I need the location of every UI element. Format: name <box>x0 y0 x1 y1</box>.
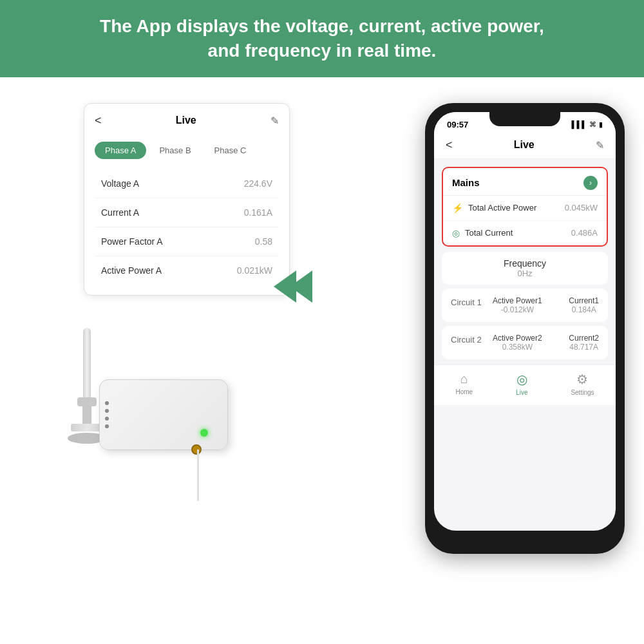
live-icon: ◎ <box>516 372 527 387</box>
small-phone-mockup: < Live ✎ Phase A Phase B Phase C Voltage… <box>84 103 290 296</box>
circuit-2-power-col: Active Power2 0.358kW <box>493 334 542 352</box>
circuit-1-power-value: -0.012kW <box>493 305 542 314</box>
device-led <box>200 429 208 437</box>
mains-section: Mains › ⚡ Total Active Power 0.045kW ◎ T… <box>442 167 608 247</box>
circuit-2-power-value: 0.358kW <box>493 343 542 352</box>
circuit-2-label: Circuit 2 <box>451 335 486 345</box>
nav-home[interactable]: ⌂ Home <box>455 372 473 395</box>
home-icon: ⌂ <box>460 372 468 386</box>
lightning-icon: ⚡ <box>452 203 463 213</box>
home-nav-label: Home <box>455 388 473 395</box>
direction-arrow <box>270 264 316 312</box>
circuit-1-current-col: Current1 0.184A <box>569 296 599 314</box>
power-factor-row: Power Factor A 0.58 <box>95 227 279 256</box>
app-edit-icon[interactable]: ✎ <box>596 139 604 151</box>
phase-a-tab[interactable]: Phase A <box>95 142 146 159</box>
circuit-1-current-value: 0.184A <box>569 305 599 314</box>
active-power-label: Active Power A <box>101 265 162 276</box>
circuit-2-power-label: Active Power2 <box>493 334 542 343</box>
total-active-power-row: ⚡ Total Active Power 0.045kW <box>443 196 607 221</box>
circuit-1-data: Active Power1 -0.012kW Current1 0.184A <box>493 296 599 314</box>
power-factor-value: 0.58 <box>255 236 272 247</box>
battery-icon: ▮ <box>599 120 603 129</box>
port-4 <box>105 424 109 428</box>
antenna-base-narrow <box>82 406 91 424</box>
settings-icon: ⚙ <box>576 372 588 387</box>
hardware-device <box>99 379 228 450</box>
active-power-value: 0.021kW <box>237 265 272 276</box>
current-value: 0.161A <box>244 207 272 218</box>
phase-b-tab[interactable]: Phase B <box>149 142 201 159</box>
antenna-body <box>83 328 91 397</box>
status-icons: ▌▌▌ ⌘ ▮ <box>572 120 603 129</box>
small-phone-title: Live <box>176 115 196 126</box>
mains-arrow-button[interactable]: › <box>583 176 598 190</box>
circuit-2-data: Active Power2 0.358kW Current2 48.717A <box>493 334 599 352</box>
total-current-value: 0.486A <box>571 228 598 238</box>
voltage-label: Voltage A <box>101 178 139 189</box>
frequency-value: 0Hz <box>448 269 601 278</box>
small-phone-back-button[interactable]: < <box>95 114 102 128</box>
circuit-1-current-label: Current1 <box>569 296 599 305</box>
total-current-label: Total Current <box>465 228 513 238</box>
circuit-1-section: Circuit 1 Active Power1 -0.012kW Current… <box>442 289 608 322</box>
app-back-button[interactable]: < <box>446 138 453 152</box>
antenna <box>81 328 93 444</box>
total-current-row: ◎ Total Current 0.486A <box>443 221 607 245</box>
phase-c-tab[interactable]: Phase C <box>204 142 257 159</box>
power-factor-label: Power Factor A <box>101 236 163 247</box>
settings-nav-label: Settings <box>571 389 594 396</box>
total-active-power-left: ⚡ Total Active Power <box>452 203 536 213</box>
circuit-2-current-value: 48.717A <box>569 343 599 352</box>
voltage-value: 224.6V <box>244 178 272 189</box>
signal-icon: ▌▌▌ <box>572 120 587 128</box>
circuit-2-section: Circuit 2 Active Power2 0.358kW Current2… <box>442 326 608 359</box>
small-phone-header: < Live ✎ <box>95 114 279 133</box>
current-label: Current A <box>101 207 139 218</box>
circuit-2-current-col: Current2 48.717A <box>569 334 599 352</box>
antenna-foot <box>71 424 103 432</box>
frequency-label: Frequency <box>448 258 601 269</box>
live-nav-label: Live <box>516 389 527 396</box>
port-2 <box>105 409 109 413</box>
status-time: 09:57 <box>447 120 468 129</box>
current-row: Current A 0.161A <box>95 198 279 227</box>
device-connector <box>191 444 202 455</box>
small-phone-edit-icon[interactable]: ✎ <box>270 115 279 127</box>
port-3 <box>105 417 109 421</box>
nav-settings[interactable]: ⚙ Settings <box>571 372 594 396</box>
phone-screen: 09:57 ▌▌▌ ⌘ ▮ < Live ✎ Mains › <box>434 112 616 531</box>
left-section: < Live ✎ Phase A Phase B Phase C Voltage… <box>19 103 303 463</box>
current-icon: ◎ <box>452 228 460 238</box>
antenna-base-wide <box>77 397 97 406</box>
total-active-power-label: Total Active Power <box>468 203 536 213</box>
device-cable <box>197 450 199 501</box>
header-title: The App displays the voltage, current, a… <box>26 14 618 63</box>
wifi-icon: ⌘ <box>589 120 596 129</box>
circuit-1-label: Circuit 1 <box>451 298 486 307</box>
total-active-power-value: 0.045kW <box>565 203 598 213</box>
voltage-row: Voltage A 224.6V <box>95 169 279 198</box>
app-title: Live <box>514 139 535 151</box>
circuit-1-power-col: Active Power1 -0.012kW <box>493 296 542 314</box>
bottom-navigation: ⌂ Home ◎ Live ⚙ Settings <box>434 365 616 405</box>
port-1 <box>105 401 109 405</box>
active-power-row: Active Power A 0.021kW <box>95 256 279 285</box>
app-header: < Live ✎ <box>434 133 616 159</box>
device-container <box>81 328 228 463</box>
circuit-1-power-label: Active Power1 <box>493 296 542 305</box>
mains-header: Mains › <box>443 168 607 196</box>
mains-label: Mains <box>452 177 480 188</box>
header-banner: The App displays the voltage, current, a… <box>0 0 644 77</box>
frequency-section: Frequency 0Hz <box>442 252 608 285</box>
total-current-left: ◎ Total Current <box>452 228 513 238</box>
main-content: < Live ✎ Phase A Phase B Phase C Voltage… <box>0 77 644 638</box>
circuit-2-current-label: Current2 <box>569 334 599 343</box>
phone-notch <box>489 112 560 126</box>
right-phone-mockup: 09:57 ▌▌▌ ⌘ ▮ < Live ✎ Mains › <box>425 103 625 554</box>
svg-marker-1 <box>274 270 296 303</box>
nav-live[interactable]: ◎ Live <box>516 372 527 396</box>
device-ports <box>105 401 109 428</box>
phase-tabs: Phase A Phase B Phase C <box>95 142 279 159</box>
